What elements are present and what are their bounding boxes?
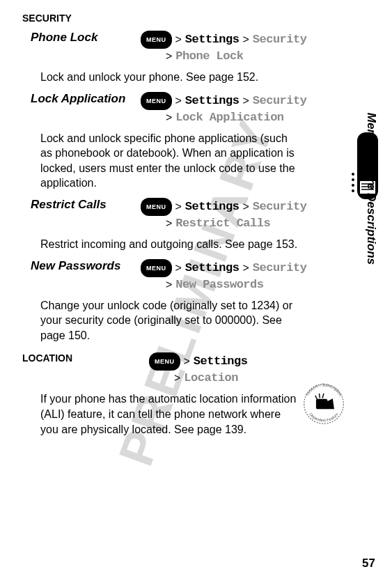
breadcrumb-sep: > xyxy=(166,216,172,231)
path-security: Security xyxy=(253,199,307,215)
svg-point-6 xyxy=(352,178,354,181)
desc-new-passwords: Change your unlock code (originally set … xyxy=(22,298,301,343)
feature-lock-application: Lock Application MENU > Settings > Secur… xyxy=(22,92,322,191)
path-settings: Settings xyxy=(185,93,240,109)
menu-button-icon: MENU xyxy=(141,31,172,49)
path-lock-application: Lock Application xyxy=(175,110,283,125)
breadcrumb-sep: > xyxy=(175,199,182,215)
menu-button-icon: MENU xyxy=(149,352,180,371)
path-security: Security xyxy=(253,93,307,109)
path-location: Location xyxy=(184,371,238,386)
breadcrumb-sep: > xyxy=(242,93,249,109)
path-settings: Settings xyxy=(185,32,240,47)
feature-restrict-calls: Restrict Calls MENU > Settings > Securit… xyxy=(22,198,322,252)
side-tab-label: Menu Feature Descriptions xyxy=(364,113,378,265)
breadcrumb-sep: > xyxy=(242,199,249,215)
feature-new-passwords: New Passwords MENU > Settings > Security… xyxy=(22,259,322,343)
path-security: Security xyxy=(253,261,307,276)
svg-point-7 xyxy=(352,184,354,187)
feature-phone-lock: Phone Lock MENU > Settings > Security > … xyxy=(22,31,322,85)
breadcrumb-sep: > xyxy=(174,371,180,386)
location-section: LOCATION MENU > Settings > Location xyxy=(22,352,322,386)
svg-point-8 xyxy=(352,189,354,192)
security-heading: SECURITY xyxy=(22,13,322,24)
main-content: SECURITY Phone Lock MENU > Settings > Se… xyxy=(22,13,322,437)
desc-phone-lock: Lock and unlock your phone. See page 152… xyxy=(22,70,301,85)
svg-point-5 xyxy=(352,173,354,176)
feature-name-new-passwords: New Passwords xyxy=(22,259,134,273)
feature-name-restrict-calls: Restrict Calls xyxy=(22,198,134,212)
breadcrumb-sep: > xyxy=(166,110,172,125)
path-phone-lock: Phone Lock xyxy=(175,49,243,64)
path-security: Security xyxy=(253,32,307,47)
menu-button-icon: MENU xyxy=(141,92,172,110)
path-settings: Settings xyxy=(185,199,240,215)
breadcrumb-sep: > xyxy=(242,32,249,47)
breadcrumb-sep: > xyxy=(166,277,172,293)
breadcrumb-sep: > xyxy=(175,93,182,109)
menu-button-icon: MENU xyxy=(141,198,172,216)
desc-location: If your phone has the automatic location… xyxy=(22,391,301,437)
breadcrumb-sep: > xyxy=(242,261,249,276)
feature-name-phone-lock: Phone Lock xyxy=(22,31,134,45)
desc-restrict-calls: Restrict incoming and outgoing calls. Se… xyxy=(22,237,301,252)
menu-button-icon: MENU xyxy=(141,259,172,277)
location-heading: LOCATION xyxy=(22,352,142,364)
path-restrict-calls: Restrict Calls xyxy=(175,216,270,231)
path-settings: Settings xyxy=(185,261,240,276)
path-settings: Settings xyxy=(194,354,248,369)
breadcrumb-sep: > xyxy=(175,261,182,276)
desc-lock-application: Lock and unlock specific phone applicati… xyxy=(22,131,301,191)
breadcrumb-sep: > xyxy=(184,354,190,369)
breadcrumb-sep: > xyxy=(166,49,172,64)
svg-line-14 xyxy=(322,394,324,398)
feature-name-lock-application: Lock Application xyxy=(22,92,134,106)
page-number: 57 xyxy=(362,557,375,570)
breadcrumb-sep: > xyxy=(175,32,182,47)
path-new-passwords: New Passwords xyxy=(175,277,263,293)
